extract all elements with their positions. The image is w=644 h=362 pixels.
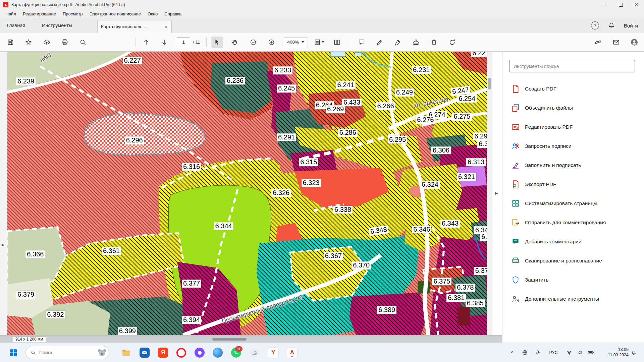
highlight-tool-button[interactable] bbox=[374, 37, 385, 48]
tool-list: Создать PDF Объединить файлы Редактирова… bbox=[502, 79, 644, 308]
star-icon bbox=[25, 39, 32, 46]
taskbar-search[interactable]: Поиск bbox=[25, 346, 109, 359]
zoom-level-select[interactable]: 400% bbox=[284, 37, 308, 47]
browser-sphere-icon[interactable] bbox=[212, 347, 223, 358]
select-tool-button[interactable] bbox=[211, 37, 223, 48]
zone-label: 6.313 bbox=[466, 158, 486, 166]
previous-page-button[interactable] bbox=[141, 37, 152, 48]
tool-combine-files[interactable]: Объединить файлы bbox=[502, 98, 644, 117]
tab-home[interactable]: Главная bbox=[0, 18, 32, 33]
tool-protect[interactable]: Защитить bbox=[502, 270, 644, 289]
zoom-in-button[interactable] bbox=[266, 37, 277, 48]
tool-more-tools[interactable]: Дополнительные инструменты bbox=[502, 289, 644, 308]
tool-fill-sign[interactable]: Заполнить и подписать bbox=[502, 156, 644, 175]
zone-label: 6.22 bbox=[471, 52, 487, 57]
rotate-tool-button[interactable] bbox=[446, 37, 458, 48]
mail-app-icon[interactable] bbox=[139, 347, 150, 358]
print-button[interactable] bbox=[59, 37, 70, 48]
battery-icon bbox=[587, 349, 594, 356]
page-display-button[interactable] bbox=[331, 37, 343, 48]
avatar-icon bbox=[630, 38, 638, 46]
maximize-button[interactable] bbox=[613, 0, 629, 9]
scrollbar-thumb[interactable] bbox=[488, 78, 491, 89]
opera-icon[interactable] bbox=[175, 347, 187, 358]
tab-document[interactable]: Карта функциональ... × bbox=[97, 20, 172, 33]
network-globe-icon[interactable] bbox=[521, 348, 529, 357]
running-indicator bbox=[291, 356, 293, 357]
tool-organize-pages[interactable]: Систематизировать страницы bbox=[502, 194, 644, 213]
send-email-button[interactable] bbox=[610, 37, 622, 48]
close-button[interactable]: × bbox=[629, 0, 644, 9]
menu-item[interactable]: Окно bbox=[144, 11, 161, 16]
search-button[interactable] bbox=[77, 37, 89, 48]
wifi-tray-icon[interactable] bbox=[565, 348, 574, 357]
delete-tool-button[interactable] bbox=[428, 37, 440, 48]
panel-collapse-icon[interactable]: ▶ bbox=[495, 191, 498, 195]
purple-app-icon[interactable] bbox=[194, 347, 205, 358]
comment-tool-button[interactable] bbox=[356, 37, 367, 48]
zoom-out-button[interactable] bbox=[248, 37, 259, 48]
page-fit-button[interactable] bbox=[313, 37, 325, 48]
account-button[interactable] bbox=[629, 37, 640, 48]
upload-cloud-button[interactable] bbox=[41, 37, 52, 48]
menu-item[interactable]: Редактирование bbox=[19, 11, 59, 16]
zone-label: 6.321 bbox=[457, 173, 476, 181]
tool-label: Защитить bbox=[525, 277, 548, 283]
map-page[interactable]: 6.2276.2396.226.2366.2336.2456.2416.2316… bbox=[7, 52, 487, 335]
horizontal-scrollbar[interactable] bbox=[212, 338, 247, 341]
zone-label: 6.231 bbox=[412, 66, 431, 74]
start-button[interactable] bbox=[8, 347, 19, 358]
language-indicator[interactable]: РУС bbox=[547, 348, 560, 357]
save-button[interactable] bbox=[5, 37, 16, 48]
notifications-tray-icon[interactable] bbox=[629, 348, 638, 357]
bell-icon[interactable] bbox=[608, 22, 615, 29]
yandex-browser-icon[interactable]: Я bbox=[157, 347, 169, 358]
menu-item[interactable]: Электронное подписание bbox=[86, 11, 144, 16]
tool-edit-pdf[interactable]: Редактировать PDF bbox=[502, 117, 644, 136]
share-link-button[interactable] bbox=[592, 37, 604, 48]
whatsapp-badge: 11 bbox=[235, 346, 243, 352]
zone-label: 6.37 bbox=[474, 267, 487, 275]
tool-send-for-comments[interactable]: Отправить для комментирования bbox=[502, 213, 644, 232]
tool-export-pdf[interactable]: Экспорт PDF bbox=[502, 175, 644, 194]
next-page-button[interactable] bbox=[159, 37, 170, 48]
tool-create-pdf[interactable]: Создать PDF bbox=[502, 79, 644, 98]
tools-search-input[interactable] bbox=[509, 60, 635, 72]
menu-item[interactable]: Просмотр bbox=[59, 11, 86, 16]
menu-item[interactable]: Справка bbox=[161, 11, 185, 16]
help-icon[interactable]: ? bbox=[591, 21, 599, 29]
hand-tool-button[interactable] bbox=[229, 37, 241, 48]
volume-tray-icon[interactable] bbox=[576, 348, 584, 357]
stamp-tool-button[interactable] bbox=[410, 37, 422, 48]
dove-app-icon[interactable] bbox=[249, 347, 260, 358]
toolbar-separator bbox=[206, 38, 207, 47]
tool-request-signatures[interactable]: Запросить подписи bbox=[502, 136, 644, 156]
whatsapp-icon[interactable]: 11 bbox=[230, 347, 242, 358]
toolbar-separator bbox=[351, 38, 351, 47]
sign-in-button[interactable]: Войти bbox=[624, 23, 638, 28]
clock[interactable]: 13:09 11.03.2024 bbox=[608, 347, 629, 358]
microphone-tray-icon[interactable] bbox=[533, 348, 542, 357]
tool-add-comment[interactable]: Добавить комментарий bbox=[502, 232, 644, 251]
nav-pane-expand-icon[interactable]: ▶ bbox=[2, 243, 4, 247]
minimize-button[interactable]: — bbox=[598, 0, 613, 9]
tab-close-icon[interactable]: × bbox=[164, 24, 168, 29]
zone-label: 6.338 bbox=[333, 206, 353, 214]
page-number-input[interactable] bbox=[177, 37, 190, 47]
link-icon bbox=[594, 39, 602, 46]
menu-item[interactable]: Файл bbox=[2, 11, 19, 16]
yandex-app-icon[interactable]: Y bbox=[268, 347, 279, 358]
sign-tool-button[interactable] bbox=[392, 37, 404, 48]
tab-tools[interactable]: Инструменты bbox=[35, 18, 79, 33]
tool-scan-ocr[interactable]: Сканирование и распознавание bbox=[502, 251, 644, 270]
file-explorer-icon[interactable] bbox=[120, 347, 132, 358]
zone-label: 6.346 bbox=[412, 226, 431, 234]
acrobat-taskbar-icon[interactable]: A bbox=[286, 347, 298, 358]
tray-expand-icon[interactable]: ^ bbox=[508, 348, 517, 357]
battery-tray-icon[interactable] bbox=[586, 348, 595, 357]
vertical-scrollbar[interactable] bbox=[487, 52, 492, 335]
comment-icon bbox=[358, 39, 365, 46]
favorites-button[interactable] bbox=[23, 37, 34, 48]
tool-label: Запросить подписи bbox=[525, 143, 572, 149]
taskbar: Поиск Я 11 Y bbox=[0, 343, 644, 362]
